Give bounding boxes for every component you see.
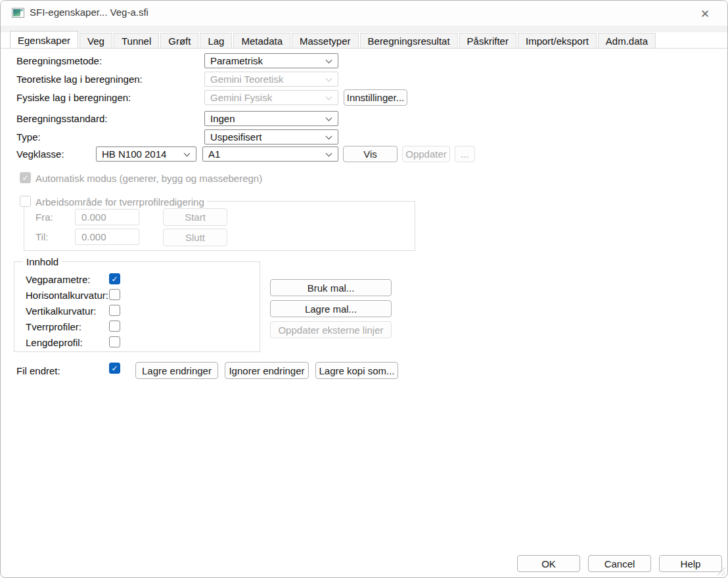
beregningsstandard-select[interactable]: Ingen [204,111,338,126]
close-icon[interactable]: ✕ [692,5,718,23]
tab-import-eksport[interactable]: Import/eksport [518,33,597,49]
window-title: SFI-egenskaper... Veg-a.sfi [30,7,148,18]
tab-egenskaper[interactable]: Egenskaper [10,31,78,49]
vertikalkurvatur-checkbox[interactable] [109,305,120,316]
chevron-down-icon [326,115,332,122]
lengdeprofil-label: Lengdeprofil: [26,337,83,348]
tab-tunnel[interactable]: Tunnel [114,33,159,49]
lagre-mal-button[interactable]: Lagre mal... [270,300,392,317]
tab-groft[interactable]: Grøft [160,33,198,49]
beregningsmetode-select[interactable]: Parametrisk [204,53,338,68]
tverrprofiler-checkbox[interactable] [109,321,120,332]
horisontalkurvatur-checkbox[interactable] [109,289,120,300]
fra-label: Fra: [35,211,53,223]
lagre-kopi-som-button[interactable]: Lagre kopi som... [315,362,398,379]
fil-endret-label: Fil endret: [16,365,60,376]
innstillinger-button[interactable]: Innstillinger... [344,89,407,106]
start-button: Start [163,208,227,226]
oppdater-button: Oppdater [402,146,450,162]
tab-adm-data[interactable]: Adm.data [598,33,656,49]
vegklasse-standard-select[interactable]: HB N100 2014 [96,146,196,162]
ok-button[interactable]: OK [517,555,580,572]
ignorer-endringer-button[interactable]: Ignorer endringer [225,362,309,379]
cancel-button[interactable]: Cancel [588,555,651,572]
tab-strip-line [1,48,727,49]
tverrprofiler-label: Tverrprofiler: [26,321,81,332]
dialog-window: SFI-egenskaper... Veg-a.sfi ✕ Egenskaper… [0,0,728,578]
chevron-down-icon [326,57,332,64]
tab-metadata[interactable]: Metadata [233,33,290,49]
slutt-button: Slutt [163,229,227,246]
beregningsstandard-label: Beregningsstandard: [16,113,107,124]
app-icon-image [13,9,20,16]
app-icon [12,8,24,18]
tab-beregningsresultat[interactable]: Beregningsresultat [360,33,458,49]
lagre-endringer-button[interactable]: Lagre endringer [135,362,218,379]
automatisk-modus-label: Automatisk modus (generer, bygg og masse… [35,173,262,184]
fra-input: 0.000 [75,209,139,225]
horisontalkurvatur-label: Horisontalkurvatur: [26,290,108,301]
vegparametre-checkbox[interactable] [109,273,120,284]
fil-endret-checkbox[interactable] [109,363,120,374]
arbeidsomrade-checkbox [20,196,31,207]
tab-paskrifter[interactable]: Påskrifter [459,33,516,49]
type-label: Type: [16,131,41,143]
til-label: Til: [35,231,48,242]
tab-lag[interactable]: Lag [200,33,232,49]
chevron-down-icon [326,150,332,157]
vegklasse-class-select[interactable]: A1 [202,146,338,162]
fysiske-lag-label: Fysiske lag i beregningen: [16,92,131,103]
vis-button[interactable]: Vis [343,146,398,162]
chevron-down-icon [326,94,332,100]
tab-strip: Egenskaper Veg Tunnel Grøft Lag Metadata… [10,31,657,49]
title-bar: SFI-egenskaper... Veg-a.sfi ✕ [1,1,727,26]
lengdeprofil-checkbox[interactable] [109,336,120,347]
automatisk-modus-checkbox [20,172,31,183]
help-button[interactable]: Help [659,555,722,572]
app-icon-strip [20,9,23,11]
beregningsmetode-label: Beregningsmetode: [16,55,102,66]
chevron-down-icon [184,150,191,157]
tab-veg[interactable]: Veg [80,33,112,49]
tab-massetyper[interactable]: Massetyper [292,33,359,49]
bruk-mal-button[interactable]: Bruk mal... [270,279,392,296]
innhold-legend: Innhold [23,256,62,267]
more-button: ... [455,146,475,162]
type-select[interactable]: Uspesifisert [204,129,338,144]
til-input: 0.000 [75,229,139,245]
chevron-down-icon [326,133,332,140]
vegparametre-label: Vegparametre: [26,274,90,285]
vegklasse-label: Vegklasse: [16,148,64,160]
fysiske-lag-select: Gemini Fysisk [204,90,338,105]
teoretiske-lag-select: Gemini Teoretisk [204,72,338,87]
arbeidsomrade-label: Arbeidsområde for tverrprofilredigering [35,196,204,208]
teoretiske-lag-label: Teoretiske lag i beregningen: [16,74,143,85]
oppdater-eksterne-linjer-button: Oppdater eksterne linjer [270,321,392,338]
chevron-down-icon [326,76,332,82]
vertikalkurvatur-label: Vertikalkurvatur: [26,305,97,317]
